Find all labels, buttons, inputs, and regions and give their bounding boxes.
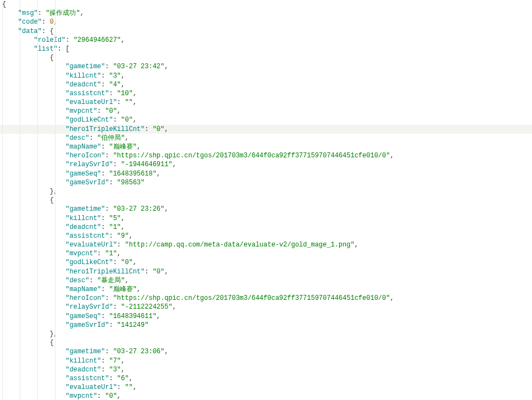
- kv-gametime: "gametime": "03-27 23:06",: [0, 347, 532, 356]
- kv-mvpcnt: "mvpcnt": "1",: [0, 249, 532, 258]
- kv-gameSvrId: "gameSvrId": "98563": [0, 178, 532, 187]
- kv-hero1TripleKillCnt: "hero1TripleKillCnt": "0",: [0, 267, 532, 276]
- kv-godLikeCnt: "godLikeCnt": "0",: [0, 258, 532, 267]
- kv-gametime: "gametime": "03-27 23:26",: [0, 205, 532, 213]
- json-viewer: { "msg": "操作成功", "code": 0, "data": { "r…: [0, 0, 532, 400]
- kv-killcnt: "killcnt": "3",: [0, 72, 532, 80]
- kv-deadcnt: "deadcnt": "3",: [0, 365, 532, 374]
- kv-evaluateUrl: "evaluateUrl": "http://camp.qq.com/meta-…: [0, 240, 532, 249]
- kv-mapName: "mapName": "巅峰赛",: [0, 285, 532, 294]
- kv-killcnt: "killcnt": "5",: [0, 214, 532, 223]
- kv-mvpcnt: "mvpcnt": "0",: [0, 392, 532, 400]
- kv-msg: "msg": "操作成功",: [0, 9, 532, 18]
- kv-relaySvrId: "relaySvrId": "-2112224255",: [0, 303, 532, 311]
- kv-data-open: "data": {: [0, 27, 532, 36]
- kv-assistcnt: "assistcnt": "9",: [0, 232, 532, 240]
- kv-deadcnt: "deadcnt": "4",: [0, 80, 532, 89]
- object-open: {: [0, 0, 532, 9]
- kv-evaluateUrl: "evaluateUrl": "",: [0, 98, 532, 107]
- kv-heroIcon: "heroIcon": "https://shp.qpic.cn/tgos/20…: [0, 294, 532, 303]
- kv-deadcnt: "deadcnt": "1",: [0, 223, 532, 232]
- kv-list-open: "list": [: [0, 45, 532, 53]
- kv-assistcnt: "assistcnt": "6",: [0, 374, 532, 383]
- list-item-open: {: [0, 338, 532, 347]
- kv-evaluateUrl: "evaluateUrl": "",: [0, 383, 532, 392]
- kv-gameSeq: "gameSeq": "1648394611",: [0, 312, 532, 321]
- kv-desc: "desc": "伯仲局",: [0, 134, 532, 143]
- kv-killcnt: "killcnt": "7",: [0, 357, 532, 365]
- kv-heroIcon: "heroIcon": "https://shp.qpic.cn/tgos/20…: [0, 151, 532, 160]
- kv-gametime: "gametime": "03-27 23:42",: [0, 62, 532, 71]
- kv-gameSvrId: "gameSvrId": "141249": [0, 321, 532, 330]
- kv-godLikeCnt: "godLikeCnt": "0",: [0, 116, 532, 124]
- kv-hero1TripleKillCnt: "hero1TripleKillCnt": "0",: [0, 125, 532, 134]
- list-item-open: {: [0, 196, 532, 205]
- kv-relaySvrId: "relaySvrId": "-1944646911",: [0, 160, 532, 169]
- kv-code: "code": 0,: [0, 18, 532, 26]
- list-item-close: },: [0, 187, 532, 196]
- kv-desc: "desc": "暴走局",: [0, 276, 532, 285]
- list-item-close: },: [0, 330, 532, 338]
- kv-assistcnt: "assistcnt": "10",: [0, 89, 532, 98]
- kv-roleId: "roleId": "2964946627",: [0, 36, 532, 45]
- kv-gameSeq: "gameSeq": "1648395618",: [0, 169, 532, 178]
- list-item-open: {: [0, 53, 532, 62]
- kv-mapName: "mapName": "巅峰赛",: [0, 143, 532, 151]
- kv-mvpcnt: "mvpcnt": "0",: [0, 107, 532, 116]
